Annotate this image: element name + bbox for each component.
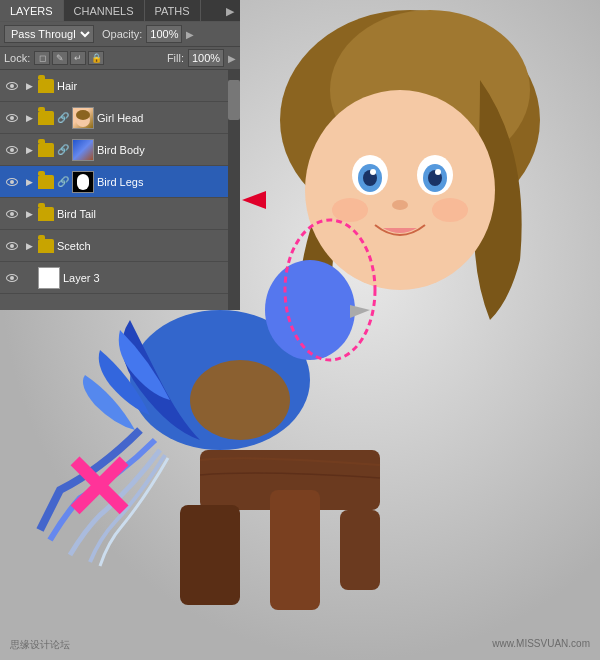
arrow-indicator xyxy=(238,189,268,214)
blend-mode-row: Pass Through Normal Multiply Screen Over… xyxy=(0,22,240,47)
tab-layers[interactable]: LAYERS xyxy=(0,0,64,21)
watermark: 思缘设计论坛 www.MISSVUAN.com xyxy=(0,638,600,652)
eye-symbol-scetch xyxy=(6,242,18,250)
lock-row: Lock: ◻ ✎ ↵ 🔒 Fill: ▶ xyxy=(0,47,240,70)
panel-close-button[interactable]: ▶ xyxy=(220,2,240,21)
eye-symbol-layer3 xyxy=(6,274,18,282)
lock-image-button[interactable]: ✎ xyxy=(52,51,68,65)
folder-icon-girl-head xyxy=(38,111,54,125)
svg-point-12 xyxy=(392,200,408,210)
lock-all-button[interactable]: 🔒 xyxy=(88,51,104,65)
lock-position-button[interactable]: ↵ xyxy=(70,51,86,65)
svg-point-3 xyxy=(305,90,495,290)
mask-shape-bird-legs xyxy=(77,174,89,190)
layer-name-bird-body: Bird Body xyxy=(97,144,236,156)
link-icon-girl-head: 🔗 xyxy=(57,111,69,125)
expand-hair[interactable]: ▶ xyxy=(23,80,35,92)
lock-label: Lock: xyxy=(4,52,30,64)
expand-girl-head[interactable]: ▶ xyxy=(23,112,35,124)
eye-symbol-bird-legs xyxy=(6,178,18,186)
layer-name-bird-legs: Bird Legs xyxy=(97,176,236,188)
layers-panel-container: LAYERS CHANNELS PATHS ▶ Pass Through Nor… xyxy=(0,0,240,310)
layer-item-bird-tail[interactable]: ▶ Bird Tail xyxy=(0,198,240,230)
svg-rect-19 xyxy=(180,505,240,605)
fill-label: Fill: xyxy=(167,52,184,64)
expand-scetch[interactable]: ▶ xyxy=(23,240,35,252)
eye-icon-bird-tail[interactable] xyxy=(4,206,20,222)
svg-point-26 xyxy=(76,110,90,120)
layer-name-layer3: Layer 3 xyxy=(63,272,236,284)
expand-bird-legs[interactable]: ▶ xyxy=(23,176,35,188)
thumb-bird-body xyxy=(72,139,94,161)
watermark-right: www.MISSVUAN.com xyxy=(492,638,590,652)
svg-point-13 xyxy=(332,198,368,222)
panel-tabs: LAYERS CHANNELS PATHS ▶ xyxy=(0,0,240,22)
layer-name-scetch: Scetch xyxy=(57,240,236,252)
fill-arrow[interactable]: ▶ xyxy=(228,53,236,64)
lock-icons-group: ◻ ✎ ↵ 🔒 xyxy=(34,51,104,65)
lock-transparent-button[interactable]: ◻ xyxy=(34,51,50,65)
layer-name-hair: Hair xyxy=(57,80,236,92)
layer-item-layer3[interactable]: Layer 3 xyxy=(0,262,240,294)
link-icon-bird-body: 🔗 xyxy=(57,143,69,157)
folder-icon-bird-tail xyxy=(38,207,54,221)
layer-name-girl-head: Girl Head xyxy=(97,112,236,124)
folder-icon-scetch xyxy=(38,239,54,253)
layer-item-bird-body[interactable]: ▶ 🔗 Bird Body xyxy=(0,134,240,166)
folder-icon-hair xyxy=(38,79,54,93)
svg-point-14 xyxy=(432,198,468,222)
eye-icon-girl-head[interactable] xyxy=(4,110,20,126)
fill-input[interactable] xyxy=(188,49,224,67)
layer-name-bird-tail: Bird Tail xyxy=(57,208,236,220)
layer-item-bird-legs[interactable]: ▶ 🔗 Bird Legs xyxy=(0,166,240,198)
eye-icon-bird-body[interactable] xyxy=(4,142,20,158)
expand-bird-tail[interactable]: ▶ xyxy=(23,208,35,220)
eye-icon-hair[interactable] xyxy=(4,78,20,94)
svg-rect-21 xyxy=(340,510,380,590)
folder-icon-bird-body xyxy=(38,143,54,157)
svg-point-10 xyxy=(370,169,376,175)
thumb-girl-head xyxy=(72,107,94,129)
layer-item-hair[interactable]: ▶ Hair xyxy=(0,70,240,102)
blend-mode-select[interactable]: Pass Through Normal Multiply Screen Over… xyxy=(4,25,94,43)
eye-symbol-girl-head xyxy=(6,114,18,122)
thumb-layer3 xyxy=(38,267,60,289)
tab-paths[interactable]: PATHS xyxy=(145,0,201,21)
eye-symbol-bird-tail xyxy=(6,210,18,218)
tab-channels[interactable]: CHANNELS xyxy=(64,0,145,21)
mask-thumb-bird-legs xyxy=(72,171,94,193)
svg-marker-24 xyxy=(242,191,266,209)
watermark-left: 思缘设计论坛 xyxy=(10,638,70,652)
scrollbar-thumb xyxy=(228,80,240,120)
layer-item-scetch[interactable]: ▶ Scetch xyxy=(0,230,240,262)
opacity-arrow[interactable]: ▶ xyxy=(186,29,194,40)
svg-point-17 xyxy=(265,260,355,360)
svg-point-11 xyxy=(435,169,441,175)
opacity-input[interactable] xyxy=(146,25,182,43)
svg-rect-20 xyxy=(270,490,320,610)
eye-symbol-hair xyxy=(6,82,18,90)
svg-text:✕: ✕ xyxy=(60,439,135,539)
expand-bird-body[interactable]: ▶ xyxy=(23,144,35,156)
eye-icon-scetch[interactable] xyxy=(4,238,20,254)
layer-item-girl-head[interactable]: ▶ 🔗 Girl Head xyxy=(0,102,240,134)
eye-icon-layer3[interactable] xyxy=(4,270,20,286)
link-icon-bird-legs: 🔗 xyxy=(57,175,69,189)
folder-icon-bird-legs xyxy=(38,175,54,189)
svg-point-16 xyxy=(190,360,290,440)
opacity-label: Opacity: xyxy=(102,28,142,40)
eye-icon-bird-legs[interactable] xyxy=(4,174,20,190)
layers-list: ▶ Hair ▶ 🔗 xyxy=(0,70,240,310)
eye-symbol-bird-body xyxy=(6,146,18,154)
layers-panel: Pass Through Normal Multiply Screen Over… xyxy=(0,22,240,310)
